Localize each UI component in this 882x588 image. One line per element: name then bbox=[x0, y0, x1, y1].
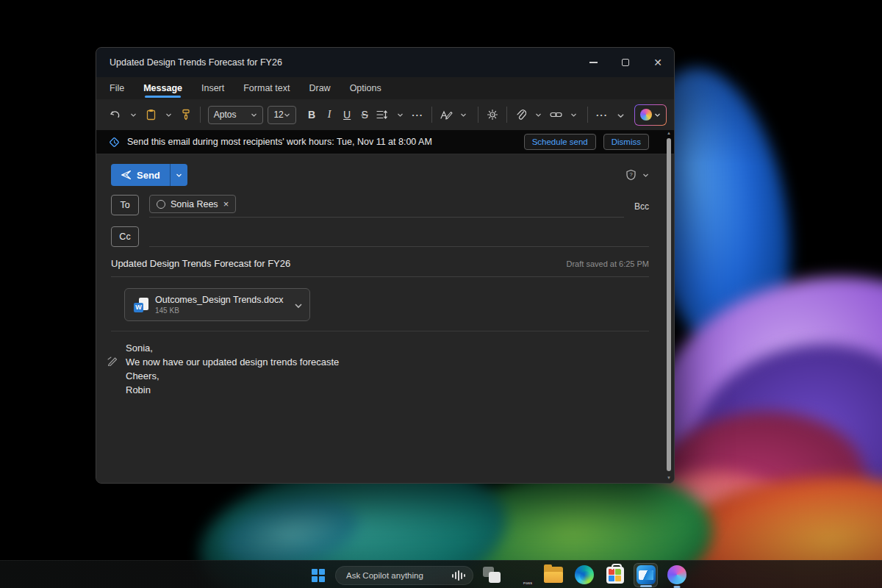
format-painter-icon bbox=[181, 109, 191, 121]
message-security-icon[interactable]: ? bbox=[625, 169, 637, 181]
menu-draw[interactable]: Draw bbox=[309, 83, 330, 99]
ribbon-separator bbox=[478, 107, 478, 123]
window-title: Updated Design Trends Forecast for FY26 bbox=[110, 57, 282, 68]
outlook-compose-window: Updated Design Trends Forecast for FY26 … bbox=[96, 47, 675, 484]
ribbon-overflow-button[interactable]: ··· bbox=[593, 105, 611, 124]
menu-insert[interactable]: Insert bbox=[201, 83, 224, 99]
taskbar: Ask Copilot anything PGSS bbox=[0, 560, 882, 588]
body-line: We now have our updated design trends fo… bbox=[126, 356, 649, 370]
link-dropdown[interactable] bbox=[564, 105, 582, 124]
paperclip-icon bbox=[515, 109, 526, 121]
copilot-icon bbox=[640, 109, 652, 121]
cc-button[interactable]: Cc bbox=[111, 226, 139, 247]
minimize-icon bbox=[589, 62, 598, 63]
menu-format-text[interactable]: Format text bbox=[243, 83, 290, 99]
subject-input[interactable]: Updated Design Trends Forecast for FY26 bbox=[111, 258, 290, 269]
outlook-button[interactable] bbox=[634, 563, 658, 587]
line-spacing-dropdown[interactable] bbox=[391, 105, 409, 124]
bcc-toggle[interactable]: Bcc bbox=[634, 201, 649, 212]
menu-bar: File Message Insert Format text Draw Opt… bbox=[96, 77, 674, 99]
edge-icon bbox=[575, 565, 594, 584]
paste-dropdown[interactable] bbox=[159, 105, 177, 124]
to-row: To Sonia Rees × Bcc bbox=[96, 186, 674, 218]
recipient-chip[interactable]: Sonia Rees × bbox=[149, 195, 236, 213]
insert-link-button[interactable] bbox=[547, 105, 564, 124]
underline-button[interactable]: U bbox=[338, 105, 356, 124]
maximize-icon bbox=[622, 59, 629, 66]
font-name-value: Aptos bbox=[214, 110, 237, 120]
close-button[interactable]: ✕ bbox=[642, 48, 674, 77]
ribbon-separator bbox=[587, 107, 588, 123]
microsoft-store-button[interactable] bbox=[603, 563, 627, 587]
send-label: Send bbox=[137, 170, 160, 181]
message-body[interactable]: Sonia, We now have our updated design tr… bbox=[126, 342, 649, 397]
microsoft-store-icon bbox=[606, 567, 624, 584]
scroll-down-icon[interactable]: ▼ bbox=[665, 476, 673, 480]
microsoft-365-copilot-button[interactable]: PGSS bbox=[510, 563, 534, 587]
sun-icon bbox=[487, 109, 498, 121]
line-spacing-button[interactable] bbox=[373, 105, 391, 124]
attach-dropdown[interactable] bbox=[529, 105, 547, 124]
ribbon-collapse-button[interactable] bbox=[611, 105, 628, 124]
file-explorer-button[interactable] bbox=[541, 563, 565, 587]
voice-waveform-icon[interactable] bbox=[452, 570, 465, 581]
titlebar[interactable]: Updated Design Trends Forecast for FY26 … bbox=[96, 48, 674, 77]
copilot-running-indicator bbox=[673, 586, 680, 588]
more-formatting-button[interactable]: ··· bbox=[409, 105, 426, 124]
styles-dropdown[interactable] bbox=[455, 105, 473, 124]
attachments-divider bbox=[111, 331, 649, 331]
taskbar-apps: PGSS bbox=[479, 562, 689, 587]
ribbon-separator bbox=[200, 107, 201, 123]
send-options-dropdown[interactable] bbox=[170, 164, 187, 186]
menu-message[interactable]: Message bbox=[143, 83, 182, 99]
font-name-select[interactable]: Aptos bbox=[208, 106, 264, 124]
undo-button[interactable] bbox=[107, 105, 124, 124]
attachment-filename: Outcomes_Design Trends.docx bbox=[155, 295, 283, 305]
scrollbar-thumb[interactable] bbox=[667, 138, 671, 471]
attachment-dropdown[interactable] bbox=[294, 301, 301, 308]
font-size-select[interactable]: 12 bbox=[268, 106, 296, 124]
body-greeting: Sonia, bbox=[126, 342, 649, 356]
copilot-button[interactable] bbox=[634, 104, 667, 126]
menu-file[interactable]: File bbox=[110, 83, 124, 99]
copilot-rewrite-pen-icon[interactable] bbox=[107, 356, 118, 366]
strikethrough-button[interactable]: S bbox=[356, 105, 373, 124]
start-button[interactable] bbox=[309, 566, 328, 585]
body-signature: Robin bbox=[126, 384, 649, 398]
scroll-up-icon[interactable]: ▲ bbox=[665, 131, 673, 135]
paste-icon bbox=[146, 109, 157, 121]
copilot-taskbar-button[interactable] bbox=[664, 563, 689, 587]
italic-button[interactable]: I bbox=[320, 105, 338, 124]
to-field[interactable]: Sonia Rees × bbox=[149, 195, 624, 218]
menu-options[interactable]: Options bbox=[350, 83, 381, 99]
line-spacing-icon bbox=[376, 110, 388, 120]
security-dropdown[interactable] bbox=[642, 172, 649, 179]
minimize-button[interactable] bbox=[577, 48, 609, 77]
dismiss-button[interactable]: Dismiss bbox=[603, 134, 649, 150]
attachment-card[interactable]: W Outcomes_Design Trends.docx 145 KB bbox=[124, 288, 310, 321]
paste-button[interactable] bbox=[142, 105, 159, 124]
undo-dropdown[interactable] bbox=[124, 105, 142, 124]
attach-file-button[interactable] bbox=[512, 105, 529, 124]
copilot-search-box[interactable]: Ask Copilot anything bbox=[335, 566, 473, 585]
send-icon bbox=[121, 170, 132, 180]
remove-recipient-icon[interactable]: × bbox=[223, 198, 229, 209]
ribbon-separator bbox=[506, 107, 507, 123]
task-view-button[interactable] bbox=[479, 563, 503, 587]
to-button[interactable]: To bbox=[111, 195, 139, 215]
attachment-filesize: 145 KB bbox=[155, 306, 283, 315]
cc-field[interactable] bbox=[149, 226, 649, 247]
send-row: Send ? bbox=[96, 154, 674, 186]
recipient-avatar bbox=[157, 200, 165, 209]
vertical-scrollbar[interactable]: ▲ ▼ bbox=[665, 131, 673, 480]
schedule-send-button[interactable]: Schedule send bbox=[524, 134, 596, 150]
send-button[interactable]: Send bbox=[111, 164, 170, 186]
edge-button[interactable] bbox=[572, 563, 596, 587]
bold-button[interactable]: B bbox=[303, 105, 320, 124]
link-icon bbox=[550, 110, 562, 119]
format-painter-button[interactable] bbox=[177, 105, 195, 124]
sensitivity-button[interactable] bbox=[484, 105, 501, 124]
banner-message: Send this email during most recipients' … bbox=[127, 137, 432, 147]
maximize-button[interactable] bbox=[609, 48, 642, 77]
styles-pen-button[interactable] bbox=[437, 105, 455, 124]
